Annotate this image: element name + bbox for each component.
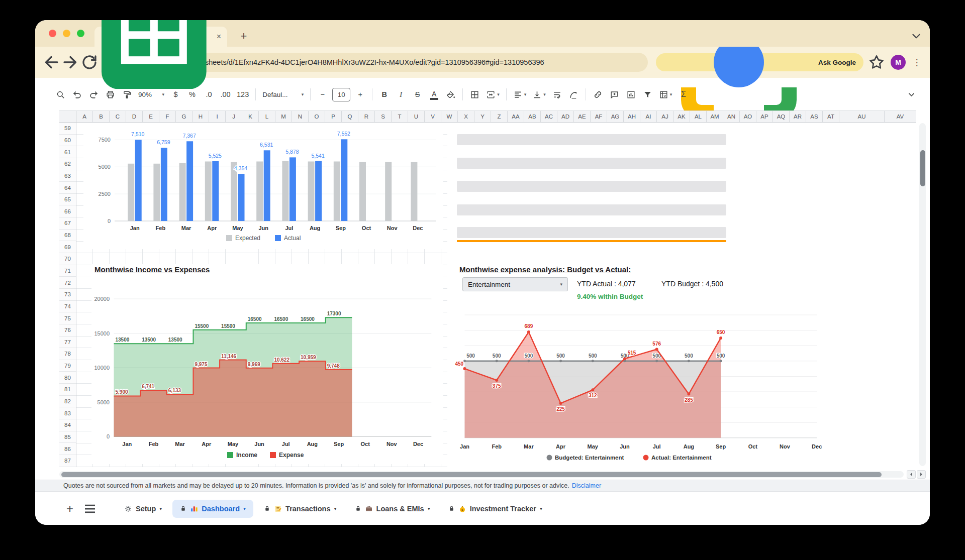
- column-header-O[interactable]: O: [309, 111, 325, 122]
- spreadsheet-grid[interactable]: 02500500075007,510Jan6,759Feb7,367Mar5,5…: [76, 123, 916, 467]
- column-header-I[interactable]: I: [209, 111, 226, 122]
- all-sheets-menu-icon[interactable]: [82, 501, 98, 516]
- grid-corner[interactable]: [59, 111, 76, 122]
- profile-avatar[interactable]: M: [891, 55, 906, 70]
- column-header-R[interactable]: R: [358, 111, 375, 122]
- column-header-AE[interactable]: AE: [574, 111, 591, 122]
- sheet-tab-menu-icon[interactable]: ▾: [334, 506, 337, 511]
- italic-button[interactable]: I: [393, 86, 409, 103]
- row-header-61[interactable]: 61: [59, 146, 76, 158]
- row-header-71[interactable]: 71: [59, 265, 76, 277]
- column-header-S[interactable]: S: [375, 111, 392, 122]
- column-header-K[interactable]: K: [242, 111, 259, 122]
- insert-link-button[interactable]: [590, 86, 606, 103]
- disclaimer-link[interactable]: Disclaimer: [572, 482, 601, 489]
- browser-tab[interactable]: Nizar - Personal Finance track ×: [94, 27, 227, 47]
- column-header-AM[interactable]: AM: [707, 111, 723, 122]
- column-header-AB[interactable]: AB: [524, 111, 541, 122]
- row-header-67[interactable]: 67: [59, 217, 76, 230]
- column-header-H[interactable]: H: [192, 111, 209, 122]
- sheet-tab-investment-tracker[interactable]: $Investment Tracker▾: [441, 500, 550, 518]
- column-header-AT[interactable]: AT: [823, 111, 839, 122]
- row-header-79[interactable]: 79: [59, 360, 76, 372]
- column-header-AH[interactable]: AH: [624, 111, 640, 122]
- forward-button[interactable]: [61, 53, 79, 71]
- budget-vs-actual-chart[interactable]: 5005005005005005005005005004503756892253…: [447, 309, 844, 465]
- row-header-75[interactable]: 75: [59, 312, 76, 324]
- sheet-tab-loans-emis[interactable]: Loans & EMIs▾: [347, 500, 438, 518]
- vertical-scrollbar-thumb[interactable]: [920, 150, 925, 186]
- column-header-L[interactable]: L: [259, 111, 275, 122]
- row-header-62[interactable]: 62: [59, 158, 76, 170]
- column-header-AQ[interactable]: AQ: [773, 111, 790, 122]
- column-header-AU[interactable]: AU: [839, 111, 885, 122]
- column-header-C[interactable]: C: [110, 111, 126, 122]
- bold-button[interactable]: B: [376, 86, 393, 103]
- back-button[interactable]: [42, 53, 60, 71]
- row-header-73[interactable]: 73: [59, 289, 76, 301]
- column-header-E[interactable]: E: [143, 111, 159, 122]
- pivot-table-button[interactable]: ▾: [656, 86, 676, 103]
- expected-vs-actual-chart[interactable]: 02500500075007,510Jan6,759Feb7,367Mar5,5…: [85, 123, 442, 248]
- column-header-D[interactable]: D: [126, 111, 143, 122]
- tab-search-chevron-icon[interactable]: [910, 30, 923, 43]
- horizontal-scrollbar-thumb[interactable]: [61, 472, 882, 477]
- column-header-X[interactable]: X: [458, 111, 474, 122]
- row-header-68[interactable]: 68: [59, 230, 76, 242]
- text-wrap-button[interactable]: [549, 86, 565, 103]
- expense-category-dropdown[interactable]: Entertainment ▾: [462, 277, 568, 291]
- toolbar-collapse-icon[interactable]: [903, 86, 920, 103]
- functions-button[interactable]: Σ: [675, 86, 692, 103]
- browser-menu-icon[interactable]: ⋮: [911, 53, 923, 71]
- row-header-60[interactable]: 60: [59, 135, 76, 147]
- column-header-J[interactable]: J: [226, 111, 242, 122]
- row-header-72[interactable]: 72: [59, 277, 76, 289]
- font-size-input[interactable]: 10: [332, 88, 350, 101]
- row-header-76[interactable]: 76: [59, 324, 76, 337]
- column-header-AC[interactable]: AC: [541, 111, 557, 122]
- increase-decimal-button[interactable]: .00: [217, 86, 234, 103]
- row-header-65[interactable]: 65: [59, 194, 76, 206]
- redo-button[interactable]: [85, 86, 102, 103]
- row-header-78[interactable]: 78: [59, 348, 76, 360]
- strikethrough-button[interactable]: S: [409, 86, 426, 103]
- column-header-AI[interactable]: AI: [640, 111, 657, 122]
- sheet-tab-menu-icon[interactable]: ▾: [540, 506, 542, 511]
- column-header-F[interactable]: F: [159, 111, 176, 122]
- row-header-85[interactable]: 85: [59, 431, 76, 443]
- column-header-AS[interactable]: AS: [806, 111, 823, 122]
- search-icon[interactable]: [52, 86, 69, 103]
- vertical-scrollbar[interactable]: [919, 123, 926, 466]
- column-header-T[interactable]: T: [392, 111, 408, 122]
- column-header-AD[interactable]: AD: [557, 111, 574, 122]
- row-header-83[interactable]: 83: [59, 407, 76, 419]
- column-header-Z[interactable]: Z: [491, 111, 508, 122]
- vertical-align-button[interactable]: ▾: [529, 86, 549, 103]
- increase-font-size-button[interactable]: +: [352, 86, 368, 103]
- decrease-font-size-button[interactable]: −: [314, 86, 331, 103]
- column-header-Y[interactable]: Y: [474, 111, 491, 122]
- tab-close-icon[interactable]: ×: [216, 32, 222, 42]
- ask-google-button[interactable]: Ask Google: [656, 53, 863, 71]
- window-minimize-button[interactable]: [63, 30, 70, 37]
- borders-button[interactable]: [466, 86, 483, 103]
- row-header-66[interactable]: 66: [59, 205, 76, 217]
- fill-color-button[interactable]: [442, 86, 459, 103]
- column-header-AJ[interactable]: AJ: [657, 111, 673, 122]
- row-header-59[interactable]: 59: [59, 123, 76, 135]
- merge-cells-button[interactable]: ▾: [483, 86, 503, 103]
- reload-button[interactable]: [80, 53, 99, 71]
- column-header-Q[interactable]: Q: [342, 111, 358, 122]
- column-header-AO[interactable]: AO: [740, 111, 756, 122]
- text-color-button[interactable]: A: [426, 86, 442, 103]
- column-header-AK[interactable]: AK: [673, 111, 690, 122]
- bookmark-star-icon[interactable]: [867, 53, 886, 71]
- undo-button[interactable]: [69, 86, 85, 103]
- sheet-tab-menu-icon[interactable]: ▾: [428, 506, 430, 511]
- create-filter-button[interactable]: [639, 86, 656, 103]
- horizontal-align-button[interactable]: ▾: [510, 86, 530, 103]
- row-header-87[interactable]: 87: [59, 455, 76, 467]
- row-header-69[interactable]: 69: [59, 241, 76, 253]
- column-header-W[interactable]: W: [441, 111, 458, 122]
- column-header-A[interactable]: A: [76, 111, 93, 122]
